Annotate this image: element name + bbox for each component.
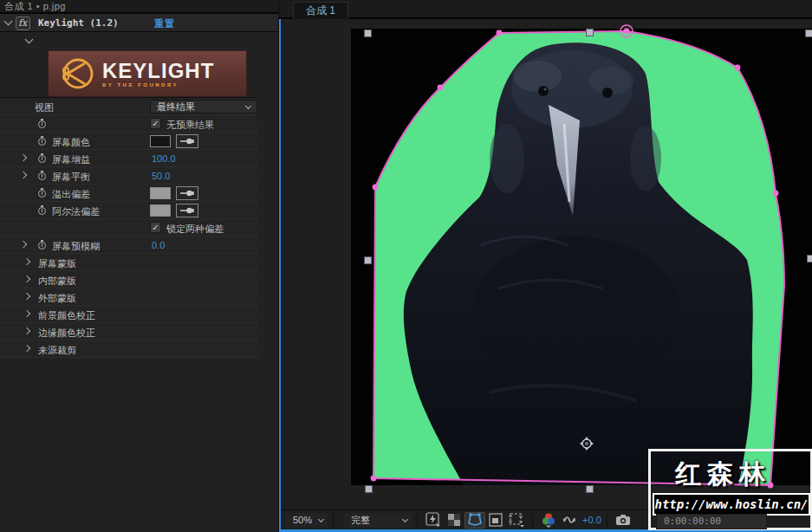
expand-icon[interactable]: [23, 328, 30, 334]
screen-gain-value[interactable]: 100.0: [152, 153, 176, 164]
param-label: 前景颜色校正: [38, 309, 95, 322]
exposure-value[interactable]: +0.0: [582, 515, 601, 525]
param-group-source-crops[interactable]: 来源裁剪: [0, 341, 257, 358]
lock-biases-checkbox[interactable]: ✓: [150, 222, 161, 233]
effect-header: fx Keylight (1.2) 重置: [0, 14, 278, 32]
watermark-url-box: http://www.hoslin.cn/: [653, 493, 810, 516]
param-group-edge-colour-correction[interactable]: 边缘颜色校正: [0, 323, 257, 341]
grid-guides-icon: [508, 512, 525, 528]
param-unpremultiply: ✓ 无预乘结果: [0, 115, 257, 133]
alpha-bias-swatch[interactable]: [150, 204, 171, 217]
view-dropdown[interactable]: 最终结果: [150, 100, 257, 114]
param-label: 溢出偏差: [52, 188, 90, 201]
composition-tabbar: 合成 1: [279, 0, 812, 19]
param-label: 视图: [35, 101, 54, 114]
panel-focus-border: [279, 19, 281, 532]
chevron-down-icon: [245, 103, 251, 109]
param-alpha-bias: 阿尔法偏差: [0, 202, 257, 219]
layer-handle[interactable]: [805, 29, 812, 37]
expand-icon[interactable]: [23, 258, 30, 265]
stopwatch-icon[interactable]: [38, 153, 48, 163]
eyedropper-button[interactable]: [176, 204, 198, 217]
magnification-value: 50%: [293, 515, 312, 525]
expand-icon[interactable]: [23, 345, 30, 352]
keyed-footage: [351, 29, 812, 485]
param-screen-balance: 屏幕平衡 50.0: [0, 167, 257, 185]
stopwatch-icon[interactable]: [38, 205, 48, 215]
eyedropper-icon: [179, 189, 195, 198]
screen-balance-value[interactable]: 50.0: [152, 171, 170, 181]
param-lock-biases: ✓ 锁定两种偏差: [0, 219, 257, 237]
keylight-title: KEYLIGHT: [102, 61, 214, 81]
layer-handle[interactable]: [586, 29, 594, 36]
layer-handle[interactable]: [364, 29, 372, 37]
layer-handle[interactable]: [807, 255, 812, 263]
expand-icon[interactable]: [23, 310, 30, 317]
expand-icon[interactable]: [20, 241, 27, 248]
expand-icon[interactable]: [23, 293, 30, 300]
layer-handle[interactable]: [365, 485, 373, 493]
eyedropper-button[interactable]: [176, 186, 198, 200]
param-view: 视图 最终结果: [0, 98, 257, 115]
param-group-outside-mask[interactable]: 外部蒙版: [0, 289, 257, 306]
show-channel-button[interactable]: [538, 512, 559, 529]
reset-effect-button[interactable]: 重置: [154, 17, 175, 30]
keylight-banner: KEYLIGHT BY THE FOUNDRY: [48, 50, 247, 97]
stopwatch-icon[interactable]: [38, 171, 48, 180]
keylight-subtitle: BY THE FOUNDRY: [102, 82, 214, 88]
collapse-options-icon[interactable]: [25, 36, 34, 44]
watermark-title: 红森林: [675, 457, 771, 492]
mask-visibility-button[interactable]: [464, 512, 485, 529]
transparency-grid-icon: [447, 513, 461, 527]
chevron-down-icon: [318, 516, 324, 522]
composition-panel: 合成 1: [279, 0, 812, 532]
unpremultiply-checkbox[interactable]: ✓: [150, 118, 161, 129]
param-group-inside-mask[interactable]: 内部蒙版: [0, 271, 257, 289]
eyedropper-icon: [179, 137, 195, 146]
view-dropdown-value: 最终结果: [157, 101, 195, 112]
composition-tab[interactable]: 合成 1: [293, 2, 348, 19]
expand-icon[interactable]: [20, 172, 27, 178]
despill-bias-swatch[interactable]: [150, 187, 171, 199]
grid-guides-button[interactable]: [506, 512, 527, 529]
effect-controls-tab[interactable]: 合成 1 • p.jpg: [0, 0, 278, 14]
layer-handle[interactable]: [586, 485, 594, 493]
param-group-screen-matte[interactable]: 屏幕蒙版: [0, 254, 257, 271]
param-label: 边缘颜色校正: [38, 327, 95, 340]
param-label: 屏幕颜色: [52, 136, 90, 149]
snapshot-camera-icon: [615, 513, 631, 527]
screen-colour-swatch[interactable]: [150, 135, 171, 147]
param-label: 阿尔法偏差: [52, 205, 100, 218]
stopwatch-icon[interactable]: [38, 119, 48, 128]
composition-viewport[interactable]: [281, 21, 812, 509]
layer-handle[interactable]: [364, 256, 372, 264]
expand-icon[interactable]: [23, 276, 30, 282]
anchor-point-icon[interactable]: [580, 437, 594, 451]
param-label: 内部蒙版: [38, 275, 76, 288]
effect-options-row: [0, 32, 278, 49]
region-of-interest-button[interactable]: [485, 512, 506, 529]
param-group-foreground-colour-correction[interactable]: 前景颜色校正: [0, 306, 257, 323]
screen-preblur-value[interactable]: 0.0: [152, 240, 165, 250]
timecode-display[interactable]: 0:00:00:00: [656, 514, 767, 529]
stopwatch-icon[interactable]: [38, 188, 48, 198]
exposure-reset-button[interactable]: [559, 512, 580, 529]
resolution-dropdown[interactable]: 完整: [344, 513, 412, 528]
stopwatch-icon[interactable]: [38, 136, 48, 146]
effect-controls-panel: 合成 1 • p.jpg fx Keylight (1.2) 重置 KEYLIG…: [0, 0, 279, 532]
param-label: 屏幕蒙版: [38, 257, 76, 270]
stopwatch-icon[interactable]: [38, 240, 48, 250]
region-of-interest-icon: [489, 513, 503, 527]
param-label: 屏幕预模糊: [52, 240, 100, 253]
fast-previews-button[interactable]: [423, 512, 444, 529]
transparency-grid-button[interactable]: [444, 512, 464, 529]
param-screen-gain: 屏幕增益 100.0: [0, 150, 257, 167]
keylight-logo-icon: [59, 55, 95, 92]
magnification-dropdown[interactable]: 50%: [286, 513, 328, 528]
expand-icon[interactable]: [20, 154, 27, 161]
watermark-url: http://www.hoslin.cn/: [654, 497, 808, 511]
param-label: 锁定两种偏差: [166, 223, 224, 236]
eyedropper-button[interactable]: [176, 134, 198, 148]
collapse-effect-icon[interactable]: [4, 17, 13, 26]
snapshot-camera-button[interactable]: [613, 512, 633, 529]
